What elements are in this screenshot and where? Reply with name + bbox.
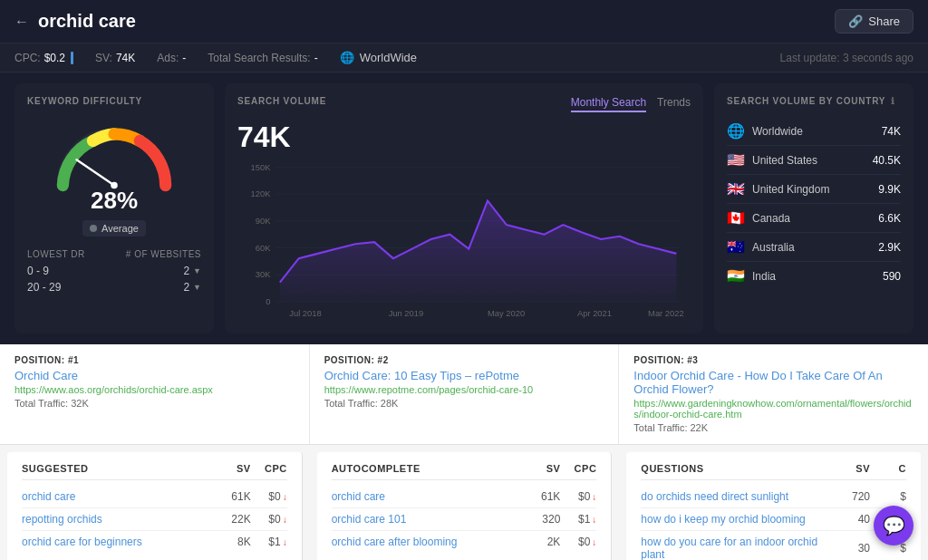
search-volume-card: SEARCH VOLUME Monthly Search Trends 74K	[225, 83, 703, 333]
row-sv: 320	[515, 513, 560, 526]
ads-meta: Ads: -	[157, 52, 186, 64]
top-header: ← orchid care 🔗 Share	[0, 0, 928, 43]
sv-title: SEARCH VOLUME	[237, 96, 326, 106]
questions-header: QUESTIONS SV C	[641, 463, 906, 480]
country-title: SEARCH VOLUME BY COUNTRY ℹ	[727, 96, 901, 106]
country-value: 2.9K	[878, 241, 901, 254]
country-row: 🇺🇸 United States 40.5K	[727, 146, 901, 175]
tables-row: SUGGESTED SV CPC orchid care 61K $0 ↓ re…	[0, 445, 928, 560]
suggested-header: SUGGESTED SV CPC	[22, 463, 287, 480]
svg-text:May 2020: May 2020	[488, 308, 525, 318]
cpc-meta: CPC: $0.2	[14, 52, 73, 64]
row-cpc: $0 ↓	[251, 490, 287, 503]
row-sv: 40	[825, 513, 870, 526]
svg-text:30K: 30K	[256, 269, 271, 279]
row-keyword[interactable]: orchid care after blooming	[332, 536, 516, 548]
globe-icon: 🌐	[340, 51, 354, 64]
country-row: 🌐 Worldwide 74K	[727, 117, 901, 146]
svg-text:Mar 2022: Mar 2022	[648, 308, 684, 318]
row-keyword[interactable]: orchid care 101	[332, 513, 516, 526]
sv-tabs: Monthly Search Trends	[571, 96, 691, 112]
share-icon: 🔗	[848, 14, 863, 28]
position-label: POSITION: #2	[324, 355, 604, 365]
table-row: how do you care for an indoor orchid pla…	[641, 531, 906, 560]
chart-area: 150K 120K 90K 60K 30K 0 Jul 2018 Jun 201…	[237, 158, 691, 321]
avg-dot	[90, 225, 97, 232]
info-icon: ℹ	[891, 96, 895, 106]
svg-text:120K: 120K	[251, 188, 272, 198]
position-label: POSITION: #3	[633, 355, 914, 365]
gauge-svg	[42, 117, 187, 194]
position-link[interactable]: Orchid Care	[14, 369, 295, 382]
row-question[interactable]: do orchids need direct sunlight	[641, 490, 825, 503]
sv-meta: SV: 74K	[95, 52, 135, 64]
row-keyword[interactable]: repotting orchids	[22, 513, 206, 526]
chat-bubble[interactable]: 💬	[874, 506, 914, 546]
worldwide-button[interactable]: 🌐 WorldWide	[340, 51, 417, 64]
dr-count-1: 2 ▼	[183, 265, 201, 277]
sv-header: SEARCH VOLUME Monthly Search Trends	[237, 96, 691, 117]
row-sv: 61K	[206, 490, 251, 503]
row-cpc: $0 ↓	[560, 536, 596, 548]
row-sv: 2K	[515, 536, 560, 548]
flag-icon: 🇮🇳	[727, 267, 745, 285]
position-traffic: Total Traffic: 22K	[633, 422, 914, 433]
position-label: POSITION: #1	[14, 355, 295, 365]
table-row: how do i keep my orchid blooming 40 $	[641, 508, 906, 531]
meta-bar: CPC: $0.2 SV: 74K Ads: - Total Search Re…	[0, 43, 928, 72]
share-button[interactable]: 🔗 Share	[835, 9, 914, 34]
svg-text:Apr 2021: Apr 2021	[577, 308, 612, 318]
row-sv: 720	[825, 490, 870, 503]
position-link[interactable]: Indoor Orchid Care - How Do I Take Care …	[633, 369, 914, 396]
row-question[interactable]: how do i keep my orchid blooming	[641, 513, 825, 526]
position-item: POSITION: #1 Orchid Care https://www.aos…	[0, 344, 310, 444]
cpc-bar	[71, 52, 73, 64]
arrow-down-icon: ▼	[193, 266, 201, 275]
table-row: orchid care 101 320 $1 ↓	[332, 508, 597, 531]
tab-trends[interactable]: Trends	[657, 96, 691, 112]
row-keyword[interactable]: orchid care for beginners	[22, 536, 206, 548]
tab-monthly-search[interactable]: Monthly Search	[571, 96, 646, 112]
table-row: orchid care 61K $0 ↓	[22, 486, 287, 508]
row-question[interactable]: how do you care for an indoor orchid pla…	[641, 536, 825, 560]
total-results-meta: Total Search Results: -	[208, 52, 317, 64]
svg-text:150K: 150K	[251, 162, 272, 172]
row-keyword[interactable]: orchid care	[22, 490, 206, 503]
trend-down-icon: ↓	[592, 492, 596, 502]
position-url: https://www.repotme.com/pages/orchid-car…	[324, 384, 604, 395]
position-traffic: Total Traffic: 28K	[324, 398, 604, 409]
average-badge: Average	[82, 220, 146, 237]
position-url: https://www.gardeningknowhow.com/ornamen…	[633, 398, 914, 420]
row-cpc: $0 ↓	[560, 490, 596, 503]
position-item: POSITION: #3 Indoor Orchid Care - How Do…	[619, 344, 928, 444]
country-name: India	[752, 270, 875, 283]
row-cpc: $1 ↓	[251, 536, 287, 548]
country-value: 590	[883, 270, 901, 283]
country-name: Australia	[752, 241, 871, 254]
flag-icon: 🇨🇦	[727, 209, 745, 227]
svg-text:0: 0	[266, 296, 270, 306]
country-row: 🇨🇦 Canada 6.6K	[727, 204, 901, 233]
sv-number: 74K	[237, 121, 691, 154]
trend-down-icon: ↓	[283, 492, 287, 502]
country-row: 🇦🇺 Australia 2.9K	[727, 233, 901, 262]
questions-table-section: QUESTIONS SV C do orchids need direct su…	[626, 452, 921, 560]
table-row: do orchids need direct sunlight 720 $	[641, 486, 906, 508]
chat-icon: 💬	[883, 515, 905, 536]
positions-row: POSITION: #1 Orchid Care https://www.aos…	[0, 344, 928, 445]
suggested-table-section: SUGGESTED SV CPC orchid care 61K $0 ↓ re…	[7, 452, 303, 560]
trend-down-icon: ↓	[283, 515, 287, 525]
volume-chart: 150K 120K 90K 60K 30K 0 Jul 2018 Jun 201…	[237, 158, 691, 321]
country-name: United States	[752, 154, 865, 167]
position-link[interactable]: Orchid Care: 10 Easy Tips – rePotme	[324, 369, 604, 382]
back-button[interactable]: ←	[14, 14, 29, 30]
dr-count-2: 2 ▼	[183, 281, 201, 294]
row-cpc: $1 ↓	[560, 513, 596, 526]
svg-text:90K: 90K	[256, 216, 271, 226]
row-keyword[interactable]: orchid care	[332, 490, 516, 503]
position-item: POSITION: #2 Orchid Care: 10 Easy Tips –…	[310, 344, 620, 444]
country-row: 🇮🇳 India 590	[727, 262, 901, 290]
flag-icon: 🇦🇺	[727, 238, 745, 256]
bottom-section: POSITION: #1 Orchid Care https://www.aos…	[0, 344, 928, 560]
trend-down-icon: ↓	[283, 537, 287, 547]
